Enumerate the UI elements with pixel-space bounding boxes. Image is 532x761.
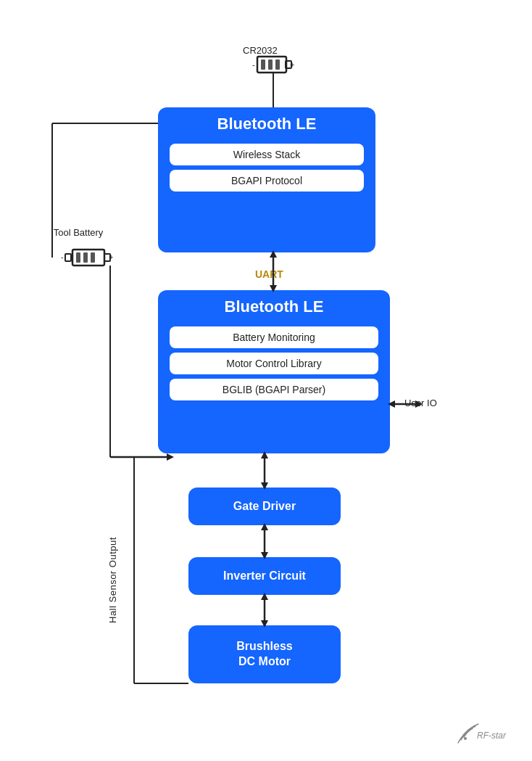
svg-rect-3: [261, 59, 265, 70]
bglib-box: BGLIB (BGAPI Parser): [170, 379, 378, 400]
diagram-container: CR2032 Tool Battery UART User IO Hall Se…: [0, 0, 532, 761]
svg-rect-1: [286, 61, 291, 68]
ble-bottom-module: Bluetooth LE Battery Monitoring Motor Co…: [158, 290, 390, 453]
svg-text:+: +: [109, 252, 113, 261]
svg-rect-12: [83, 252, 88, 263]
ble-top-title: Bluetooth LE: [158, 107, 375, 139]
svg-marker-20: [167, 453, 174, 461]
svg-rect-10: [104, 254, 110, 261]
svg-rect-4: [268, 59, 273, 70]
svg-text:-: -: [61, 252, 64, 261]
userio-label: User IO: [404, 398, 437, 408]
inverter-circuit-module: Inverter Circuit: [188, 557, 341, 595]
svg-text:RF-star: RF-star: [477, 731, 507, 741]
hall-sensor-label: Hall Sensor Output: [107, 508, 118, 653]
svg-rect-0: [257, 57, 286, 73]
svg-text:-: -: [252, 60, 255, 69]
brushless-motor-title: Brushless DC Motor: [236, 639, 292, 670]
battery-monitoring-box: Battery Monitoring: [170, 326, 378, 348]
gate-driver-module: Gate Driver: [188, 488, 341, 525]
svg-rect-11: [76, 252, 80, 263]
bgapi-protocol-box: BGAPI Protocol: [170, 170, 364, 192]
brushless-motor-module: Brushless DC Motor: [188, 625, 341, 683]
rfstar-logo: RF-star: [457, 723, 515, 746]
tool-battery-label: Tool Battery: [49, 227, 107, 238]
svg-rect-9: [65, 254, 71, 261]
cr2032-label: CR2032: [243, 45, 278, 56]
uart-label: UART: [255, 268, 283, 280]
motor-control-library-box: Motor Control Library: [170, 353, 378, 374]
ble-bottom-title: Bluetooth LE: [158, 290, 390, 322]
wireless-stack-box: Wireless Stack: [170, 144, 364, 165]
gate-driver-title: Gate Driver: [233, 500, 296, 513]
ble-top-module: Bluetooth LE Wireless Stack BGAPI Protoc…: [158, 107, 375, 252]
inverter-circuit-title: Inverter Circuit: [223, 569, 306, 583]
svg-rect-5: [275, 59, 280, 70]
svg-text:+: +: [290, 60, 294, 69]
svg-rect-13: [91, 252, 95, 263]
svg-rect-8: [72, 250, 104, 266]
svg-point-38: [464, 737, 467, 740]
